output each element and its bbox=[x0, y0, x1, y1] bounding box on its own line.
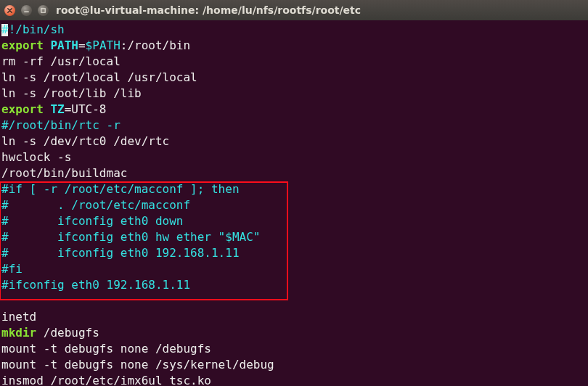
text: /root/bin/buildmac bbox=[1, 166, 127, 180]
editor-line: insmod /root/etc/imx6ul_tsc.ko bbox=[0, 373, 588, 386]
editor-line: rm -rf /usr/local bbox=[0, 54, 588, 70]
svg-rect-0 bbox=[41, 8, 45, 12]
minimize-button[interactable] bbox=[21, 5, 32, 16]
editor-line: # . /root/etc/macconf bbox=[0, 197, 588, 213]
editor-line: /root/bin/buildmac bbox=[0, 165, 588, 181]
text: #! bbox=[1, 22, 15, 36]
text: # ifconfig eth0 hw ether "$MAC" bbox=[1, 230, 260, 244]
text: :/root/bin bbox=[121, 38, 190, 52]
text: TZ bbox=[44, 102, 65, 116]
editor-line: #fi bbox=[0, 261, 588, 277]
text: ln -s /root/local /usr/local bbox=[1, 70, 197, 84]
text: #ifconfig eth0 192.168.1.11 bbox=[1, 278, 190, 292]
close-icon bbox=[7, 7, 13, 14]
text: # ifconfig eth0 192.168.1.11 bbox=[1, 246, 240, 260]
editor-line: #/root/bin/rtc -r bbox=[0, 118, 588, 134]
editor-line: mount -t debugfs none /debugfs bbox=[0, 341, 588, 357]
editor-line: mkdir /debugfs bbox=[0, 325, 588, 341]
text: ln -s /root/lib /lib bbox=[1, 86, 142, 100]
text: inetd bbox=[1, 310, 36, 324]
text: = bbox=[78, 38, 86, 52]
maximize-button[interactable] bbox=[38, 5, 49, 16]
editor-line: #ifconfig eth0 192.168.1.11 bbox=[0, 277, 588, 293]
editor-line: #!/bin/sh bbox=[0, 22, 588, 38]
editor-line: mount -t debugfs none /sys/kernel/debug bbox=[0, 357, 588, 373]
editor-line: inetd bbox=[0, 309, 588, 325]
text: insmod /root/etc/imx6ul_tsc.ko bbox=[1, 374, 211, 386]
text: #/root/bin/rtc -r bbox=[1, 118, 121, 132]
editor-line: ln -s /root/lib /lib bbox=[0, 86, 588, 102]
editor-line: ln -s /dev/rtc0 /dev/rtc bbox=[0, 134, 588, 149]
text: mount -t debugfs none /debugfs bbox=[1, 342, 211, 356]
text: # ifconfig eth0 down bbox=[1, 214, 183, 228]
text: /bin/sh bbox=[15, 22, 64, 36]
editor-line: export PATH=$PATH:/root/bin bbox=[0, 38, 588, 54]
text: rm -rf /usr/local bbox=[1, 54, 121, 68]
text: mount -t debugfs none /sys/kernel/debug bbox=[1, 358, 274, 371]
text: $PATH bbox=[86, 38, 121, 52]
text: PATH bbox=[44, 38, 78, 52]
text: mkdir bbox=[1, 326, 36, 340]
editor-line: ln -s /root/local /usr/local bbox=[0, 70, 588, 86]
terminal[interactable]: #!/bin/sh export PATH=$PATH:/root/bin rm… bbox=[0, 20, 588, 386]
text: export bbox=[1, 38, 44, 52]
minimize-icon bbox=[23, 7, 30, 14]
window-title: root@lu-virtual-machine: /home/lu/nfs/ro… bbox=[56, 2, 361, 18]
text: # . /root/etc/macconf bbox=[1, 198, 190, 212]
text: =UTC-8 bbox=[65, 102, 107, 116]
maximize-icon bbox=[40, 7, 46, 14]
text: ln -s /dev/rtc0 /dev/rtc bbox=[1, 134, 169, 148]
text: #fi bbox=[1, 262, 23, 276]
editor-line: hwclock -s bbox=[0, 149, 588, 165]
editor-line: export TZ=UTC-8 bbox=[0, 102, 588, 118]
editor-line: #if [ -r /root/etc/macconf ]; then bbox=[0, 181, 588, 197]
editor-line: # ifconfig eth0 192.168.1.11 bbox=[0, 245, 588, 261]
editor-line bbox=[0, 293, 588, 309]
titlebar[interactable]: root@lu-virtual-machine: /home/lu/nfs/ro… bbox=[0, 0, 588, 20]
window-buttons bbox=[4, 5, 49, 16]
text: export bbox=[1, 102, 44, 116]
editor-line: # ifconfig eth0 hw ether "$MAC" bbox=[0, 229, 588, 245]
text: #if [ -r /root/etc/macconf ]; then bbox=[1, 182, 240, 196]
text: hwclock -s bbox=[1, 150, 71, 164]
close-button[interactable] bbox=[4, 5, 15, 16]
editor-line: # ifconfig eth0 down bbox=[0, 213, 588, 229]
text: /debugfs bbox=[36, 326, 99, 340]
